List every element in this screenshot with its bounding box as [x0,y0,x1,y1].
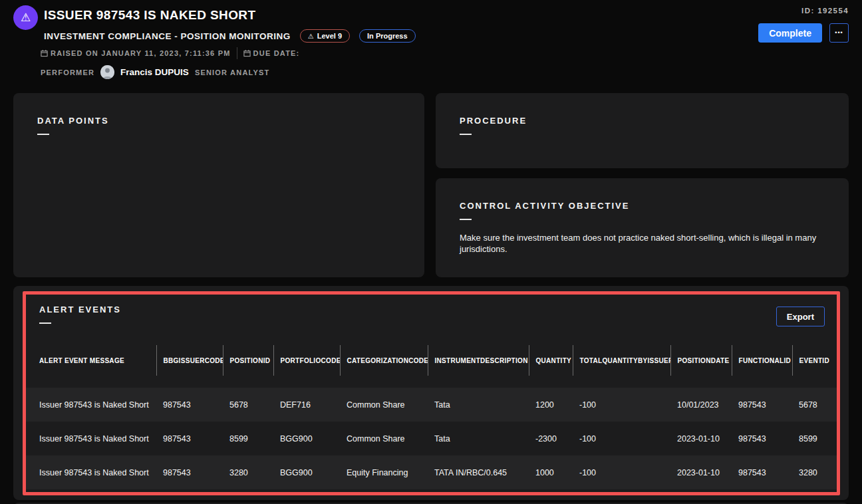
title-dash [39,322,51,324]
column-header: INSTRUMENTDESCRIPTION [428,345,529,376]
person-icon [100,65,114,79]
cell: Tata [428,388,529,422]
cell: 3280 [792,455,837,489]
column-header: EVENTID [792,345,837,376]
control-activity-objective-card: CONTROL ACTIVITY OBJECTIVE Make sure the… [436,178,849,277]
cell: Common Share [340,422,428,455]
export-button[interactable]: Export [776,307,825,326]
right-column: PROCEDURE CONTROL ACTIVITY OBJECTIVE Mak… [436,93,849,277]
title-dash [460,134,472,135]
cell: 1200 [529,388,573,422]
warning-icon: ⚠ [21,11,31,25]
spacer-row [26,376,837,388]
cell: 1000 [529,455,573,489]
raised-on: RAISED ON JANUARY 11, 2023, 7:11:36 PM [41,49,231,57]
header-actions: Complete ••• [758,23,849,43]
calendar-icon [41,49,48,57]
cell: Issuer 987543 is Naked Short [26,388,156,422]
cell: 987543 [732,455,792,489]
status-badge-label: In Progress [367,32,408,40]
cell: 5678 [223,388,273,422]
data-points-title: DATA POINTS [37,116,400,126]
cell: 5678 [792,388,837,422]
cell: 987543 [732,388,792,422]
cell: -100 [573,422,670,455]
cell: 8599 [792,422,837,455]
cell: Issuer 987543 is Naked Short [26,455,156,489]
column-header: POSITIONID [223,345,273,376]
table-row: Issuer 987543 is Naked Short 987543 5678… [26,388,837,422]
column-header: FUNCTIONALID [732,345,792,376]
cell: 3280 [223,455,273,489]
procedure-card: PROCEDURE [436,93,849,168]
status-badge: In Progress [359,29,416,43]
performer-row: PERFORMER Francis DUPUIS SENIOR ANALYST [41,65,269,79]
alert-logo-icon: ⚠ [13,5,38,30]
alert-events-highlight-box: ALERT EVENTS Export ALERT EVENT MESSAGE … [23,291,840,495]
cell: Tata [428,422,529,455]
issue-id: ID: 192554 [801,7,849,15]
header-text-block: ISSUER 987543 IS NAKED SHORT INVESTMENT … [44,8,416,43]
page-title: ISSUER 987543 IS NAKED SHORT [44,8,416,23]
level-badge-label: Level 9 [317,32,342,40]
table-row: Issuer 987543 is Naked Short 987543 3280… [26,455,837,489]
cell: Common Share [340,388,428,422]
column-header: POSITIONDATE [670,345,732,376]
cell: 987543 [732,422,792,455]
cell: BGG900 [273,455,340,489]
cell: 987543 [156,455,223,489]
title-dash [460,219,472,220]
performer-role: SENIOR ANALYST [195,68,270,76]
table-header-row: ALERT EVENT MESSAGE BBGISSUERCODE POSITI… [26,345,837,376]
alert-events-title-row: ALERT EVENTS Export [26,295,837,326]
column-header: TOTALQUANTITYBYISSUER [573,345,670,376]
alert-events-title: ALERT EVENTS [39,305,121,315]
cell: Issuer 987543 is Naked Short [26,422,156,455]
level-badge: ⚠ Level 9 [300,29,350,43]
cell: 8599 [223,422,273,455]
calendar-icon [243,49,251,57]
column-header: PORTFOLIOCODE [273,345,340,376]
column-header: QUANTITY [529,345,573,376]
column-header: BBGISSUERCODE [156,345,223,376]
data-points-card: DATA POINTS [13,93,424,277]
warning-icon: ⚠ [308,33,314,40]
cell: Equity Financing [340,455,428,489]
control-activity-objective-body: Make sure the investment team does not p… [460,232,825,255]
title-dash [37,134,49,135]
alert-events-card: ALERT EVENTS Export ALERT EVENT MESSAGE … [13,286,849,500]
ellipsis-icon: ••• [835,29,843,36]
due-date-label: DUE DATE: [253,49,300,57]
due-date: DUE DATE: [243,49,300,57]
performer-label: PERFORMER [41,68,94,76]
control-activity-objective-title: CONTROL ACTIVITY OBJECTIVE [460,201,825,211]
cell: 987543 [156,388,223,422]
cards-grid: DATA POINTS PROCEDURE CONTROL ACTIVITY O… [13,93,849,277]
issue-subtitle: INVESTMENT COMPLIANCE - POSITION MONITOR… [44,31,291,41]
cell: TATA IN/RBC/0.645 [428,455,529,489]
procedure-title: PROCEDURE [460,116,825,126]
cell: BGG900 [273,422,340,455]
cell: -100 [573,455,670,489]
cell: 2023-01-10 [670,422,732,455]
raised-on-label: RAISED ON JANUARY 11, 2023, 7:11:36 PM [51,49,231,57]
alert-events-table-container: ALERT EVENT MESSAGE BBGISSUERCODE POSITI… [26,345,837,492]
performer-name: Francis DUPUIS [120,67,189,77]
cell: 987543 [156,422,223,455]
table-row: Issuer 987543 is Naked Short 987543 8599… [26,422,837,455]
complete-button[interactable]: Complete [758,23,822,43]
cell: -100 [573,388,670,422]
cell: 10/01/2023 [670,388,732,422]
cell: -2300 [529,422,573,455]
cell: DEF716 [273,388,340,422]
meta-divider [237,47,237,59]
more-actions-button[interactable]: ••• [829,23,849,43]
column-header: ALERT EVENT MESSAGE [26,345,156,376]
avatar [100,65,114,79]
page-header: ⚠ ISSUER 987543 IS NAKED SHORT INVESTMEN… [0,0,862,93]
cell: 2023-01-10 [670,455,732,489]
issue-meta-row: RAISED ON JANUARY 11, 2023, 7:11:36 PM D… [41,47,299,59]
column-header: CATEGORIZATIONCODE [340,345,428,376]
alert-events-table: ALERT EVENT MESSAGE BBGISSUERCODE POSITI… [26,345,837,489]
